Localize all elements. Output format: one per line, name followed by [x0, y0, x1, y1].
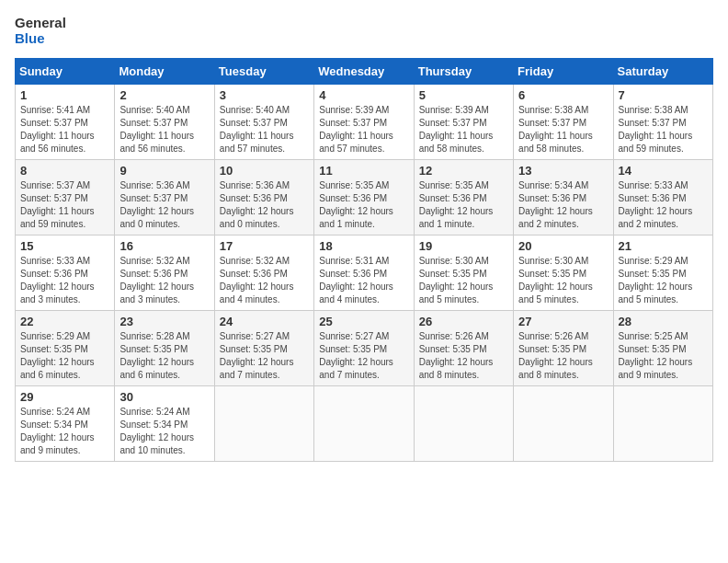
day-number: 25	[319, 315, 408, 328]
calendar-cell: 25Sunrise: 5:27 AM Sunset: 5:35 PM Dayli…	[314, 310, 414, 385]
day-info: Sunrise: 5:30 AM Sunset: 5:35 PM Dayligh…	[518, 255, 608, 306]
calendar-cell: 4Sunrise: 5:39 AM Sunset: 5:37 PM Daylig…	[314, 84, 414, 159]
calendar-cell	[514, 385, 613, 461]
day-info: Sunrise: 5:27 AM Sunset: 5:35 PM Dayligh…	[319, 330, 408, 382]
day-info: Sunrise: 5:30 AM Sunset: 5:35 PM Dayligh…	[419, 255, 508, 306]
calendar-cell: 26Sunrise: 5:26 AM Sunset: 5:35 PM Dayli…	[414, 310, 513, 385]
day-number: 20	[518, 239, 608, 253]
day-info: Sunrise: 5:24 AM Sunset: 5:34 PM Dayligh…	[20, 406, 109, 457]
day-info: Sunrise: 5:31 AM Sunset: 5:36 PM Dayligh…	[319, 255, 408, 306]
calendar-week-1: 1Sunrise: 5:41 AM Sunset: 5:37 PM Daylig…	[16, 84, 713, 159]
calendar-cell: 30Sunrise: 5:24 AM Sunset: 5:34 PM Dayli…	[115, 385, 214, 461]
weekday-header-monday: Monday	[115, 58, 214, 84]
day-number: 15	[20, 239, 109, 253]
day-number: 22	[20, 315, 109, 328]
day-info: Sunrise: 5:25 AM Sunset: 5:35 PM Dayligh…	[619, 330, 708, 382]
day-info: Sunrise: 5:35 AM Sunset: 5:36 PM Dayligh…	[319, 179, 408, 231]
day-info: Sunrise: 5:39 AM Sunset: 5:37 PM Dayligh…	[319, 104, 408, 155]
day-number: 2	[119, 88, 209, 102]
weekday-header-saturday: Saturday	[613, 58, 712, 84]
calendar-cell	[214, 385, 313, 461]
day-number: 23	[119, 315, 209, 328]
calendar-cell: 18Sunrise: 5:31 AM Sunset: 5:36 PM Dayli…	[314, 235, 414, 310]
calendar-cell: 8Sunrise: 5:37 AM Sunset: 5:37 PM Daylig…	[16, 159, 115, 235]
day-number: 13	[518, 164, 608, 178]
day-info: Sunrise: 5:39 AM Sunset: 5:37 PM Dayligh…	[419, 104, 508, 155]
calendar-cell: 15Sunrise: 5:33 AM Sunset: 5:36 PM Dayli…	[16, 235, 115, 310]
calendar-table: SundayMondayTuesdayWednesdayThursdayFrid…	[15, 58, 713, 462]
day-number: 12	[419, 164, 508, 178]
weekday-header-wednesday: Wednesday	[314, 58, 414, 84]
calendar-cell: 24Sunrise: 5:27 AM Sunset: 5:35 PM Dayli…	[214, 310, 313, 385]
day-number: 26	[419, 315, 508, 328]
calendar-cell: 1Sunrise: 5:41 AM Sunset: 5:37 PM Daylig…	[16, 84, 115, 159]
logo: General Blue	[15, 15, 66, 47]
day-info: Sunrise: 5:26 AM Sunset: 5:35 PM Dayligh…	[419, 330, 508, 382]
day-info: Sunrise: 5:33 AM Sunset: 5:36 PM Dayligh…	[619, 179, 708, 231]
calendar-cell: 17Sunrise: 5:32 AM Sunset: 5:36 PM Dayli…	[214, 235, 313, 310]
day-number: 28	[619, 315, 708, 328]
day-info: Sunrise: 5:36 AM Sunset: 5:36 PM Dayligh…	[220, 179, 309, 231]
calendar-week-2: 8Sunrise: 5:37 AM Sunset: 5:37 PM Daylig…	[16, 159, 713, 235]
day-info: Sunrise: 5:26 AM Sunset: 5:35 PM Dayligh…	[518, 330, 608, 382]
logo-text1: General	[15, 15, 66, 30]
day-number: 8	[20, 164, 109, 178]
calendar-cell: 7Sunrise: 5:38 AM Sunset: 5:37 PM Daylig…	[613, 84, 712, 159]
day-info: Sunrise: 5:32 AM Sunset: 5:36 PM Dayligh…	[119, 255, 209, 306]
day-info: Sunrise: 5:33 AM Sunset: 5:36 PM Dayligh…	[20, 255, 109, 306]
weekday-header-thursday: Thursday	[414, 58, 513, 84]
day-number: 17	[220, 239, 309, 253]
day-number: 29	[20, 390, 109, 404]
logo-text2: Blue	[15, 30, 66, 46]
calendar-cell: 23Sunrise: 5:28 AM Sunset: 5:35 PM Dayli…	[115, 310, 214, 385]
day-number: 3	[220, 88, 309, 102]
calendar-cell	[613, 385, 712, 461]
calendar-cell: 29Sunrise: 5:24 AM Sunset: 5:34 PM Dayli…	[16, 385, 115, 461]
calendar-cell: 13Sunrise: 5:34 AM Sunset: 5:36 PM Dayli…	[514, 159, 613, 235]
calendar-cell: 9Sunrise: 5:36 AM Sunset: 5:37 PM Daylig…	[115, 159, 214, 235]
calendar-week-4: 22Sunrise: 5:29 AM Sunset: 5:35 PM Dayli…	[16, 310, 713, 385]
day-info: Sunrise: 5:29 AM Sunset: 5:35 PM Dayligh…	[20, 330, 109, 382]
day-info: Sunrise: 5:35 AM Sunset: 5:36 PM Dayligh…	[419, 179, 508, 231]
day-info: Sunrise: 5:40 AM Sunset: 5:37 PM Dayligh…	[119, 104, 209, 155]
day-number: 4	[319, 88, 408, 102]
calendar-cell: 2Sunrise: 5:40 AM Sunset: 5:37 PM Daylig…	[115, 84, 214, 159]
page-header: General Blue	[15, 15, 713, 47]
day-info: Sunrise: 5:40 AM Sunset: 5:37 PM Dayligh…	[220, 104, 309, 155]
calendar-cell: 10Sunrise: 5:36 AM Sunset: 5:36 PM Dayli…	[214, 159, 313, 235]
day-info: Sunrise: 5:37 AM Sunset: 5:37 PM Dayligh…	[20, 179, 109, 231]
calendar-cell: 27Sunrise: 5:26 AM Sunset: 5:35 PM Dayli…	[514, 310, 613, 385]
calendar-week-3: 15Sunrise: 5:33 AM Sunset: 5:36 PM Dayli…	[16, 235, 713, 310]
calendar-cell: 5Sunrise: 5:39 AM Sunset: 5:37 PM Daylig…	[414, 84, 513, 159]
day-info: Sunrise: 5:38 AM Sunset: 5:37 PM Dayligh…	[518, 104, 608, 155]
calendar-cell	[314, 385, 414, 461]
day-number: 6	[518, 88, 608, 102]
day-number: 5	[419, 88, 508, 102]
calendar-cell	[414, 385, 513, 461]
calendar-cell: 16Sunrise: 5:32 AM Sunset: 5:36 PM Dayli…	[115, 235, 214, 310]
day-number: 24	[220, 315, 309, 328]
calendar-week-5: 29Sunrise: 5:24 AM Sunset: 5:34 PM Dayli…	[16, 385, 713, 461]
day-info: Sunrise: 5:38 AM Sunset: 5:37 PM Dayligh…	[619, 104, 708, 155]
day-info: Sunrise: 5:24 AM Sunset: 5:34 PM Dayligh…	[119, 406, 209, 457]
day-number: 18	[319, 239, 408, 253]
weekday-header-friday: Friday	[514, 58, 613, 84]
day-info: Sunrise: 5:34 AM Sunset: 5:36 PM Dayligh…	[518, 179, 608, 231]
day-number: 9	[119, 164, 209, 178]
day-info: Sunrise: 5:27 AM Sunset: 5:35 PM Dayligh…	[220, 330, 309, 382]
day-number: 21	[619, 239, 708, 253]
day-info: Sunrise: 5:28 AM Sunset: 5:35 PM Dayligh…	[119, 330, 209, 382]
day-number: 10	[220, 164, 309, 178]
day-number: 14	[619, 164, 708, 178]
day-info: Sunrise: 5:36 AM Sunset: 5:37 PM Dayligh…	[119, 179, 209, 231]
day-info: Sunrise: 5:29 AM Sunset: 5:35 PM Dayligh…	[619, 255, 708, 306]
calendar-cell: 22Sunrise: 5:29 AM Sunset: 5:35 PM Dayli…	[16, 310, 115, 385]
day-number: 7	[619, 88, 708, 102]
day-number: 30	[119, 390, 209, 404]
day-number: 1	[20, 88, 109, 102]
day-number: 16	[119, 239, 209, 253]
day-number: 27	[518, 315, 608, 328]
calendar-cell: 21Sunrise: 5:29 AM Sunset: 5:35 PM Dayli…	[613, 235, 712, 310]
calendar-cell: 11Sunrise: 5:35 AM Sunset: 5:36 PM Dayli…	[314, 159, 414, 235]
day-number: 19	[419, 239, 508, 253]
